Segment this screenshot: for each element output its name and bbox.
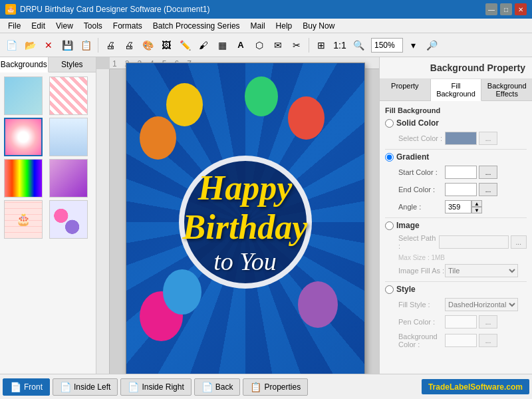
pen-color-row: Pen Color : ...	[385, 315, 527, 329]
zoomout-button[interactable]: 🔎	[423, 37, 440, 54]
bg-thumb-7[interactable]: 🎂	[4, 200, 43, 239]
fill-style-row: Fill Style : DashedHorizontal Horizontal…	[385, 298, 527, 311]
tab-inside-right[interactable]: 📄 Inside Right	[120, 378, 191, 396]
tab-properties[interactable]: 📋 Properties	[243, 378, 308, 396]
paint-button[interactable]: 🖌	[195, 37, 212, 54]
image-fill-select[interactable]: Tile Stretch Center	[445, 264, 518, 277]
menu-mail[interactable]: Mail	[245, 20, 271, 32]
minimize-button[interactable]: —	[485, 3, 497, 15]
balloon-red	[288, 96, 325, 140]
path-input[interactable]	[439, 235, 509, 249]
bottom-bar: 📄 Front 📄 Inside Left 📄 Inside Right 📄 B…	[0, 374, 532, 399]
open-button[interactable]: 📂	[21, 37, 39, 54]
menu-tools[interactable]: Tools	[78, 20, 108, 32]
menu-batch[interactable]: Batch Processing Series	[148, 20, 245, 32]
tab-front[interactable]: 📄 Front	[3, 378, 50, 396]
saveas-button[interactable]: 📋	[77, 37, 94, 54]
bg-thumb-1[interactable]	[4, 76, 43, 115]
maximize-button[interactable]: □	[500, 3, 512, 15]
pen-color-box[interactable]	[445, 315, 477, 329]
print-button[interactable]: 🖨	[102, 37, 119, 54]
gradient-label[interactable]: Gradient	[396, 152, 429, 162]
gradient-radio[interactable]	[385, 153, 394, 162]
bg-thumb-2[interactable]	[49, 76, 88, 115]
new-button[interactable]: 📄	[3, 37, 20, 54]
toolbar-sep-1	[98, 38, 98, 53]
bg-color-box[interactable]	[445, 334, 477, 347]
end-color-box[interactable]	[445, 183, 477, 196]
style-label[interactable]: Style	[396, 285, 416, 294]
image-button[interactable]: 🖼	[158, 37, 175, 54]
card-line2: Birthday	[183, 207, 308, 247]
menu-buynow[interactable]: Buy Now	[297, 20, 340, 32]
pen-button[interactable]: ✏️	[176, 37, 194, 54]
right-panel-title: Background Property	[380, 57, 532, 79]
menu-edit[interactable]: Edit	[26, 20, 51, 32]
select-path-row: Select Path : ...	[385, 234, 527, 250]
mail-button[interactable]: ✉	[269, 37, 287, 54]
close-button[interactable]: ✕	[515, 3, 527, 15]
bg-thumb-3[interactable]	[4, 118, 43, 156]
solid-color-label[interactable]: Solid Color	[396, 118, 439, 128]
start-color-box[interactable]	[445, 166, 477, 179]
right-panel: Background Property Property Fill Backgr…	[379, 57, 532, 374]
zoomin-button[interactable]: 🔍	[350, 37, 367, 54]
zoom-btn[interactable]: 1:1	[331, 37, 348, 54]
window-controls: — □ ✕	[485, 3, 527, 15]
tab-inside-left[interactable]: 📄 Inside Left	[53, 378, 118, 396]
bg-thumb-6[interactable]	[49, 159, 88, 198]
select-color-label: Select Color :	[398, 134, 445, 142]
tab-property[interactable]: Property	[380, 79, 431, 100]
angle-label: Angle :	[398, 203, 445, 211]
menu-file[interactable]: File	[3, 20, 26, 32]
print2-button[interactable]: 🖨	[120, 37, 138, 54]
card-canvas: Happy Birthday to You	[111, 70, 379, 374]
barcode-button[interactable]: ▦	[213, 37, 231, 54]
divider-1	[385, 149, 527, 150]
menu-view[interactable]: View	[51, 20, 78, 32]
tab-styles[interactable]: Styles	[49, 57, 96, 72]
image-label[interactable]: Image	[396, 221, 420, 230]
menu-formats[interactable]: Formats	[108, 20, 148, 32]
divider-2	[385, 217, 527, 218]
tab-bg-effects[interactable]: Background Effects	[481, 79, 532, 100]
solid-color-box[interactable]	[445, 132, 477, 145]
solid-color-radio[interactable]	[385, 119, 394, 128]
bg-color-browse[interactable]: ...	[479, 334, 497, 347]
start-color-browse[interactable]: ...	[479, 166, 497, 179]
card-image[interactable]: Happy Birthday to You	[126, 63, 365, 374]
title-bar-title: DRPU Birthday Card Designer Software (Do…	[20, 5, 209, 14]
color-button[interactable]: 🎨	[139, 37, 156, 54]
balloon-green	[245, 76, 278, 116]
style-radio[interactable]	[385, 285, 394, 294]
path-browse[interactable]: ...	[511, 235, 527, 249]
angle-input[interactable]	[445, 200, 471, 213]
start-color-label: Start Color :	[398, 168, 445, 176]
scissors-button[interactable]: ✂	[288, 37, 305, 54]
image-fill-as-label: Image Fill As :	[398, 267, 445, 275]
angle-spinner: ▲ ▼	[471, 200, 482, 213]
zoom-dropdown[interactable]: ▾	[404, 37, 422, 54]
tab-back[interactable]: 📄 Back	[194, 378, 241, 396]
tab-fill-background[interactable]: Fill Background	[431, 79, 482, 101]
text-button[interactable]: A	[232, 37, 249, 54]
shape-button[interactable]: ⬡	[251, 37, 268, 54]
pen-color-browse[interactable]: ...	[479, 315, 497, 329]
menu-help[interactable]: Help	[271, 20, 298, 32]
tab-backgrounds[interactable]: Backgrounds	[0, 57, 49, 72]
bg-thumb-4[interactable]	[49, 118, 88, 156]
end-color-browse[interactable]: ...	[479, 183, 497, 196]
fill-style-select[interactable]: DashedHorizontal Horizontal Vertical	[445, 298, 518, 311]
zoom-box: ▾	[371, 37, 422, 54]
zoom-input[interactable]	[371, 38, 403, 53]
bg-thumb-8[interactable]	[49, 200, 88, 239]
save-button[interactable]: 💾	[59, 37, 76, 54]
angle-down[interactable]: ▼	[471, 207, 482, 213]
delete-button[interactable]: ✕	[40, 37, 57, 54]
image-radio[interactable]	[385, 221, 394, 230]
grid-button[interactable]: ⊞	[313, 37, 330, 54]
angle-up[interactable]: ▲	[471, 200, 482, 207]
style-row: Style	[385, 285, 527, 294]
bg-thumb-5[interactable]	[4, 159, 43, 198]
solid-color-browse[interactable]: ...	[479, 132, 497, 145]
